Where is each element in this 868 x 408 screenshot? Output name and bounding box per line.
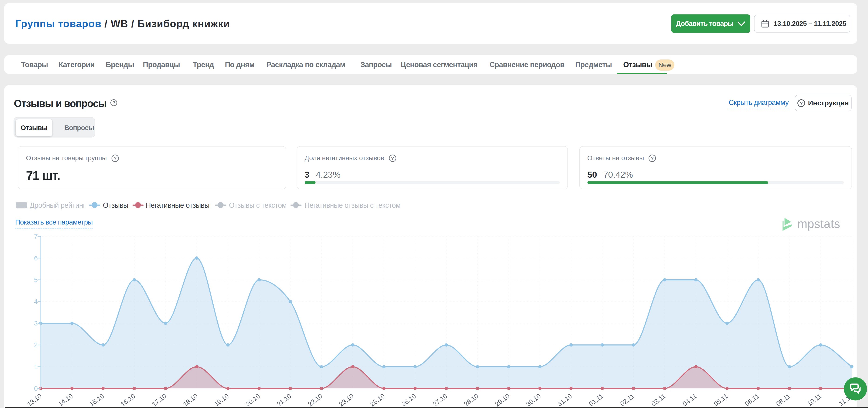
svg-text:18.10: 18.10: [182, 392, 199, 408]
svg-text:28.10: 28.10: [462, 392, 480, 408]
svg-text:2: 2: [34, 341, 38, 349]
svg-text:1: 1: [34, 363, 38, 371]
svg-text:31.10: 31.10: [556, 392, 573, 408]
svg-text:6: 6: [34, 254, 38, 262]
svg-text:?: ?: [114, 155, 117, 161]
svg-text:17.10: 17.10: [151, 392, 168, 408]
svg-text:25.10: 25.10: [369, 392, 386, 408]
svg-text:06.11: 06.11: [744, 392, 761, 408]
svg-text:15.10: 15.10: [88, 392, 105, 408]
svg-text:13.10: 13.10: [26, 392, 43, 408]
svg-text:08.11: 08.11: [775, 392, 792, 408]
svg-text:16.10: 16.10: [119, 392, 136, 408]
svg-text:?: ?: [391, 155, 394, 161]
svg-text:27.10: 27.10: [431, 392, 448, 408]
svg-text:?: ?: [113, 100, 115, 105]
svg-text:?: ?: [800, 100, 803, 106]
svg-text:01.11: 01.11: [588, 392, 604, 408]
svg-text:10.11: 10.11: [806, 392, 823, 408]
svg-text:0: 0: [34, 385, 38, 392]
svg-text:14.10: 14.10: [57, 392, 74, 408]
svg-text:03.11: 03.11: [650, 392, 667, 408]
svg-text:20.10: 20.10: [244, 392, 261, 408]
svg-text:4: 4: [34, 298, 38, 305]
svg-text:3: 3: [34, 319, 38, 327]
svg-text:22.10: 22.10: [307, 392, 324, 408]
svg-text:02.11: 02.11: [619, 392, 636, 408]
svg-text:26.10: 26.10: [400, 392, 417, 408]
svg-text:21.10: 21.10: [275, 392, 292, 408]
svg-text:5: 5: [34, 276, 38, 284]
svg-text:19.10: 19.10: [213, 392, 230, 408]
svg-text:29.10: 29.10: [494, 392, 511, 408]
svg-text:04.11: 04.11: [681, 392, 698, 408]
svg-text:7: 7: [34, 232, 38, 240]
svg-text:05.11: 05.11: [712, 392, 729, 408]
svg-text:?: ?: [651, 155, 654, 161]
svg-text:30.10: 30.10: [525, 392, 542, 408]
svg-text:23.10: 23.10: [338, 392, 355, 408]
